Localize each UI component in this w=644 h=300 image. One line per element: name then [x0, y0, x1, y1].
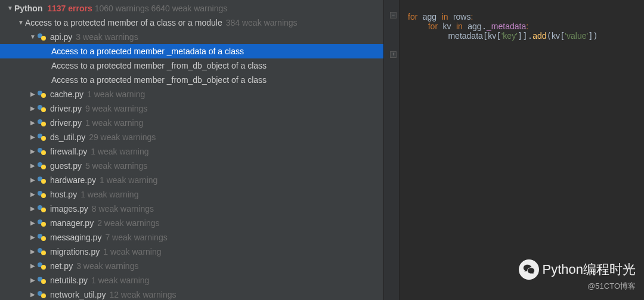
- chevron-right-icon: [29, 187, 37, 202]
- file-node[interactable]: network_util.py 12 weak warnings: [0, 287, 383, 300]
- inspection-item-label: Access to a protected member _metadata o…: [51, 44, 244, 58]
- inspection-item-selected[interactable]: Access to a protected member _metadata o…: [0, 44, 383, 58]
- svg-point-11: [41, 150, 46, 155]
- file-node[interactable]: guest.py 5 weak warnings: [0, 159, 383, 173]
- chevron-right-icon: [29, 159, 37, 173]
- file-info: 5 weak warnings: [85, 159, 147, 173]
- file-info: 1 weak warning: [91, 144, 148, 159]
- file-info: 1 weak warning: [91, 273, 149, 287]
- python-file-icon: [37, 160, 48, 171]
- weak-warning-count: 6640 weak warnings: [151, 1, 228, 16]
- file-node[interactable]: messaging.py 7 weak warnings: [0, 230, 383, 245]
- file-info: 1 weak warning: [100, 173, 157, 187]
- file-node[interactable]: firewall.py 1 weak warning: [0, 144, 383, 159]
- file-name: manager.py: [50, 216, 94, 230]
- inspection-category[interactable]: Access to a protected member of a class …: [0, 16, 383, 30]
- file-name: guest.py: [50, 159, 82, 173]
- python-file-icon: [37, 232, 48, 243]
- chevron-right-icon: [29, 130, 37, 144]
- file-node[interactable]: manager.py 2 weak warnings: [0, 216, 383, 230]
- svg-point-15: [41, 179, 46, 184]
- svg-point-13: [41, 165, 46, 169]
- inspection-item[interactable]: Access to a protected member _from_db_ob…: [0, 58, 383, 73]
- python-file-icon: [37, 218, 48, 228]
- file-node[interactable]: driver.py 9 weak warnings: [0, 101, 383, 116]
- python-file-icon: [37, 117, 48, 128]
- warning-count: 1060 warnings: [95, 1, 149, 16]
- file-name: host.py: [50, 187, 77, 202]
- file-info: 3 weak warnings: [76, 30, 138, 44]
- python-file-icon: [37, 146, 48, 157]
- file-node[interactable]: driver.py 1 weak warning: [0, 116, 383, 130]
- editor-panel: − + for agg in rows: for kv in agg._meta…: [383, 0, 644, 300]
- chevron-down-icon: [29, 30, 37, 44]
- language-label: Python: [14, 1, 42, 16]
- file-info: 3 weak warnings: [76, 259, 138, 273]
- file-name: netutils.py: [50, 273, 88, 287]
- python-file-icon: [37, 132, 48, 143]
- file-info: 9 weak warnings: [85, 101, 147, 116]
- file-info: 8 weak warnings: [92, 202, 154, 216]
- inspection-tree[interactable]: Python 1137 errors 1060 warnings 6640 we…: [0, 0, 383, 300]
- inspection-item-label: Access to a protected member _from_db_ob…: [51, 58, 267, 73]
- python-file-icon: [37, 289, 48, 300]
- file-name: api.py: [50, 30, 72, 44]
- file-info: 2 weak warnings: [97, 216, 159, 230]
- file-info: 7 weak warnings: [105, 230, 167, 245]
- file-node[interactable]: hardware.py 1 weak warning: [0, 173, 383, 187]
- svg-point-21: [41, 222, 46, 227]
- file-name: driver.py: [50, 116, 82, 130]
- file-info: 1 weak warning: [103, 245, 161, 259]
- inspection-tree-panel: Python 1137 errors 1060 warnings 6640 we…: [0, 0, 383, 300]
- inspection-item-label: Access to a protected member _from_db_ob…: [51, 73, 267, 87]
- python-file-icon: [37, 103, 48, 114]
- svg-point-9: [41, 136, 46, 141]
- svg-point-5: [41, 107, 46, 112]
- svg-point-17: [41, 193, 46, 198]
- svg-point-29: [41, 279, 46, 284]
- inspection-title: Access to a protected member of a class …: [25, 16, 222, 30]
- file-info: 1 weak warning: [87, 87, 145, 101]
- file-info: 1 weak warning: [80, 187, 138, 202]
- chevron-right-icon: [29, 87, 37, 101]
- svg-point-31: [41, 293, 46, 298]
- error-count: 1137 errors: [47, 1, 92, 16]
- chevron-right-icon: [29, 116, 37, 130]
- file-name: images.py: [50, 202, 88, 216]
- svg-point-1: [41, 36, 46, 41]
- chevron-right-icon: [29, 216, 37, 230]
- chevron-down-icon: [17, 16, 25, 30]
- file-node[interactable]: ds_util.py 29 weak warnings: [0, 130, 383, 144]
- fold-marker-icon[interactable]: +: [390, 51, 397, 58]
- chevron-right-icon: [29, 259, 37, 273]
- file-node[interactable]: cache.py 1 weak warning: [0, 87, 383, 101]
- file-name: ds_util.py: [50, 130, 85, 144]
- editor-gutter: − +: [384, 0, 400, 300]
- python-file-icon: [37, 261, 48, 271]
- file-info: 12 weak warnings: [109, 287, 176, 300]
- tree-header[interactable]: Python 1137 errors 1060 warnings 6640 we…: [0, 1, 383, 16]
- file-node[interactable]: host.py 1 weak warning: [0, 187, 383, 202]
- chevron-right-icon: [29, 144, 37, 159]
- file-node[interactable]: migrations.py 1 weak warning: [0, 245, 383, 259]
- file-node-api[interactable]: api.py 3 weak warnings: [0, 30, 383, 44]
- svg-point-27: [41, 265, 46, 270]
- file-node[interactable]: netutils.py 1 weak warning: [0, 273, 383, 287]
- chevron-right-icon: [29, 230, 37, 245]
- chevron-right-icon: [29, 173, 37, 187]
- svg-point-25: [41, 250, 46, 255]
- file-node[interactable]: images.py 8 weak warnings: [0, 202, 383, 216]
- file-node[interactable]: net.py 3 weak warnings: [0, 259, 383, 273]
- file-name: migrations.py: [50, 245, 100, 259]
- python-file-icon: [37, 89, 48, 100]
- svg-point-7: [41, 122, 46, 126]
- chevron-right-icon: [29, 202, 37, 216]
- fold-marker-icon[interactable]: −: [390, 12, 397, 18]
- file-name: firewall.py: [50, 144, 87, 159]
- chevron-right-icon: [29, 245, 37, 259]
- svg-point-19: [41, 208, 46, 212]
- code-editor[interactable]: for agg in rows: for kv in agg._metadata…: [408, 12, 639, 41]
- inspection-item[interactable]: Access to a protected member _from_db_ob…: [0, 73, 383, 87]
- chevron-down-icon: [6, 1, 14, 16]
- file-name: cache.py: [50, 87, 83, 101]
